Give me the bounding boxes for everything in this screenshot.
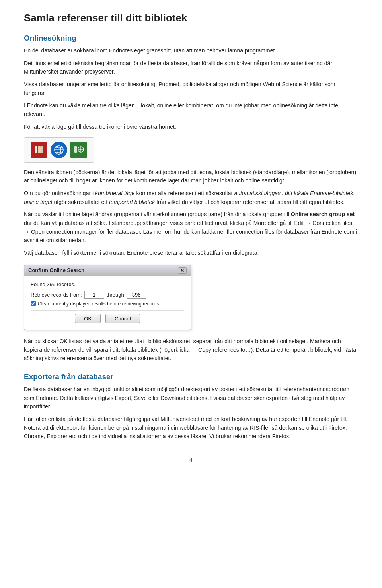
section-heading-online: Onlinesökning bbox=[24, 34, 358, 43]
online-para-3: Vissa databaser fungerar emellertid för … bbox=[24, 80, 358, 97]
dialog-title: Confirm Online Search bbox=[28, 267, 84, 273]
dialog-checkbox-label: Clear currently displayed results before… bbox=[38, 301, 160, 307]
mode-icons bbox=[31, 142, 87, 158]
dialog-titlebar: Confirm Online Search ✕ bbox=[24, 265, 191, 276]
online-para-7: Om du gör onlinesökningar i kombinerat l… bbox=[24, 189, 358, 206]
page-title: Samla referenser till ditt bibliotek bbox=[24, 12, 358, 24]
svg-rect-0 bbox=[35, 146, 37, 153]
online-para-9: Välj databaser, fyll i söktermer i sökru… bbox=[24, 249, 358, 258]
dialog-buttons: OK Cancel bbox=[31, 310, 184, 325]
section-heading-export: Exportera från databaser bbox=[24, 373, 358, 381]
online-para-5: För att växla läge gå till dessa tre iko… bbox=[24, 123, 358, 132]
dialog-ok-btn[interactable]: OK bbox=[75, 314, 101, 323]
dialog-from-input[interactable] bbox=[84, 291, 104, 299]
dialog-clear-checkbox[interactable] bbox=[31, 301, 36, 306]
dialog-retrieve-row: Retrieve records from: through bbox=[31, 291, 184, 299]
online-para-2: Det finns emellertid tekniska begränsnin… bbox=[24, 59, 358, 76]
dialog-close-btn[interactable]: ✕ bbox=[178, 267, 187, 274]
dialog-body: Found 396 records. Retrieve records from… bbox=[24, 276, 191, 330]
dialog-retrieve-label: Retrieve records from: bbox=[31, 292, 82, 298]
svg-rect-2 bbox=[41, 146, 43, 153]
dialog-checkbox-row: Clear currently displayed results before… bbox=[31, 301, 184, 307]
export-para-2: Här följer en lista på de flesta databas… bbox=[24, 415, 358, 441]
icon-box bbox=[24, 137, 94, 163]
online-para-4: I Endnote kan du växla mellan tre olika … bbox=[24, 101, 358, 118]
icon-row bbox=[24, 137, 358, 163]
dialog-through-text: through bbox=[107, 292, 124, 298]
dialog-to-input[interactable] bbox=[127, 291, 146, 299]
combined-icon bbox=[70, 142, 87, 158]
page-number: 4 bbox=[24, 457, 358, 463]
books-icon bbox=[31, 142, 47, 158]
svg-rect-1 bbox=[38, 146, 41, 153]
online-para-8: När du växlar till online läget ändras g… bbox=[24, 210, 358, 245]
online-para-1: En del databaser är sökbara inom Endnote… bbox=[24, 47, 358, 55]
confirm-dialog: Confirm Online Search ✕ Found 396 record… bbox=[24, 265, 191, 330]
globe-icon bbox=[51, 142, 67, 158]
dialog-cancel-btn[interactable]: Cancel bbox=[105, 314, 140, 323]
dialog-found: Found 396 records. bbox=[31, 281, 184, 289]
online-para-6: Den vänstra ikonen (böckerna) är det lok… bbox=[24, 168, 358, 185]
svg-rect-8 bbox=[74, 146, 77, 153]
export-para-1: De flesta databaser har en inbyggd funkt… bbox=[24, 385, 358, 411]
after-dialog-para: När du klickar OK listas det valda antal… bbox=[24, 337, 358, 363]
